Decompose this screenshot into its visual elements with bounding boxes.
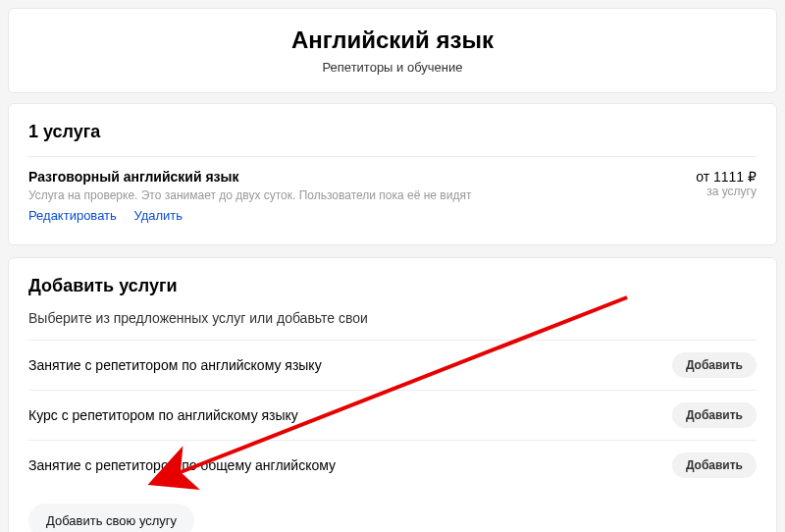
service-row: Разговорный английский язык Услуга на пр… (28, 156, 757, 227)
page-title: Английский язык (9, 27, 776, 54)
service-price-unit: за услугу (658, 185, 757, 198)
add-custom-service-button[interactable]: Добавить свою услугу (28, 504, 194, 532)
add-suggestion-button[interactable]: Добавить (672, 352, 757, 378)
services-card: 1 услуга Разговорный английский язык Усл… (8, 103, 777, 245)
suggestion-label: Занятие с репетитором по общему английск… (28, 457, 336, 473)
edit-link[interactable]: Редактировать (28, 208, 117, 223)
suggestion-row: Занятие с репетитором по общему английск… (28, 440, 757, 490)
delete-link[interactable]: Удалить (133, 208, 183, 223)
suggestion-label: Курс с репетитором по английскому языку (28, 407, 298, 423)
page-header: Английский язык Репетиторы и обучение (8, 8, 777, 93)
add-services-card: Добавить услуги Выберите из предложенных… (8, 257, 777, 532)
add-services-title: Добавить услуги (28, 276, 757, 296)
service-name: Разговорный английский язык (28, 169, 658, 185)
add-suggestion-button[interactable]: Добавить (672, 452, 757, 478)
page-subtitle: Репетиторы и обучение (9, 60, 776, 75)
suggestion-row: Курс с репетитором по английскому языку … (28, 390, 757, 440)
add-services-description: Выберите из предложенных услуг или добав… (28, 310, 757, 326)
add-suggestion-button[interactable]: Добавить (672, 402, 757, 428)
suggestion-row: Занятие с репетитором по английскому язы… (28, 340, 757, 390)
service-price: от 1111 ₽ (658, 169, 757, 185)
suggestion-label: Занятие с репетитором по английскому язы… (28, 357, 322, 373)
service-status: Услуга на проверке. Это занимает до двух… (28, 188, 658, 202)
services-count-title: 1 услуга (28, 122, 757, 142)
